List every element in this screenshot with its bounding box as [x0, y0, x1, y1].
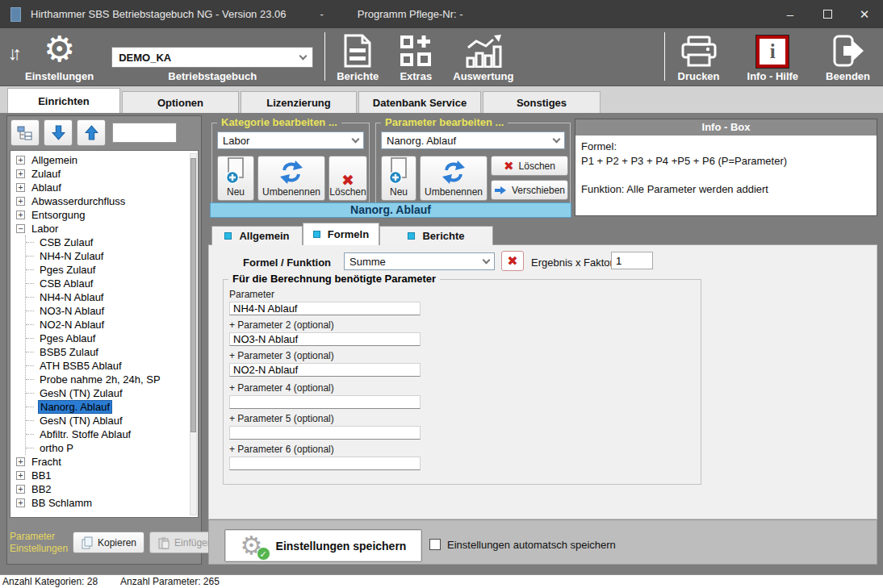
parameter-4-label: + Parameter 4 (optional): [229, 382, 334, 394]
tree-item-ablauf[interactable]: +Ablauf: [12, 181, 198, 194]
tree-item-fracht[interactable]: +Fracht: [12, 455, 198, 469]
tab-optionen[interactable]: Optionen: [122, 91, 239, 113]
einstellungen-button[interactable]: ⚙ Einstellungen: [25, 31, 94, 82]
formel-funktion-dropdown[interactable]: Summe: [344, 252, 495, 270]
tab-einrichten[interactable]: Einrichten: [7, 88, 120, 113]
maximize-button[interactable]: [809, 0, 846, 28]
move-down-button[interactable]: [44, 119, 73, 146]
printer-icon: [680, 35, 718, 68]
parameter-loeschen-button[interactable]: ✖ Löschen: [491, 156, 568, 176]
info-hilfe-button[interactable]: i Info - Hilfe: [747, 35, 799, 82]
formel-clear-button[interactable]: ✖: [501, 251, 524, 271]
tree-filter-input[interactable]: [112, 123, 177, 143]
app-icon: [10, 7, 21, 22]
extras-button[interactable]: Extras: [400, 34, 432, 82]
chevron-down-icon: [483, 256, 491, 265]
expander-plus-icon[interactable]: +: [16, 211, 25, 219]
chevron-down-icon: [299, 52, 308, 60]
window-controls: – ✕: [772, 0, 883, 28]
expander-plus-icon[interactable]: +: [16, 183, 25, 192]
tree-item[interactable]: Probe nahme 2h, 24h, SP: [26, 373, 198, 386]
kategorie-loeschen-button[interactable]: ✖ Löschen: [329, 156, 367, 201]
parameter-neu-button[interactable]: Neu: [381, 156, 416, 201]
parameter-umbenennen-button[interactable]: Umbenennen: [420, 156, 488, 201]
parameter-5-label: + Parameter 5 (optional): [229, 413, 334, 424]
kopieren-button[interactable]: Kopieren: [73, 532, 144, 553]
parameter-4-input[interactable]: [229, 395, 421, 409]
drucken-button[interactable]: Drucken: [678, 35, 720, 82]
expander-plus-icon[interactable]: +: [16, 471, 25, 480]
tree-item[interactable]: GesN (TN) Ablauf: [26, 414, 198, 427]
expander-plus-icon[interactable]: +: [16, 498, 25, 507]
kategorie-dropdown[interactable]: Labor: [217, 131, 364, 149]
tree-item-bb-schlamm[interactable]: +BB Schlamm: [12, 496, 198, 510]
labor-children: CSB Zulauf NH4-N Zulauf Pges Zulauf CSB …: [25, 236, 198, 455]
kategorie-umbenennen-button[interactable]: Umbenennen: [257, 156, 325, 201]
arrow-down-icon: [52, 125, 65, 140]
parameter-2-label: + Parameter 2 (optional): [229, 319, 334, 331]
tab-formeln[interactable]: Formeln: [303, 223, 379, 245]
swap-vertical-icon[interactable]: ↓↑: [8, 43, 17, 65]
tab-allgemein[interactable]: Allgemein: [211, 226, 303, 245]
berichte-button[interactable]: Berichte: [337, 34, 379, 82]
toolbar-right-group: Drucken i Info - Hilfe Beenden: [653, 32, 870, 82]
expander-plus-icon[interactable]: +: [16, 457, 25, 466]
tree-item[interactable]: NO2-N Ablauf: [26, 318, 198, 332]
tree-item-entsorgung[interactable]: +Entsorgung: [12, 208, 198, 222]
tree-item[interactable]: GesN (TN) Zulauf: [26, 386, 198, 400]
move-up-button[interactable]: [77, 119, 106, 146]
ergebnis-faktor-input[interactable]: [611, 252, 653, 269]
minimize-button[interactable]: –: [772, 0, 809, 28]
expander-plus-icon[interactable]: +: [16, 485, 25, 494]
tree-item-zulauf[interactable]: +Zulauf: [12, 167, 198, 181]
tree-item-labor[interactable]: −Labor: [12, 222, 198, 236]
parameter-1-input[interactable]: [229, 302, 421, 315]
tree-branch-line: [26, 311, 34, 311]
tree-branch-line: [26, 338, 34, 339]
tab-lizenzierung[interactable]: Lizenzierung: [241, 91, 357, 113]
auswertung-button[interactable]: Auswertung: [453, 34, 513, 82]
scrollbar-thumb[interactable]: [190, 158, 196, 432]
auto-save-checkbox[interactable]: [429, 539, 441, 550]
betriebstagebuch-dropdown[interactable]: DEMO_KA: [111, 47, 313, 68]
tab-berichte[interactable]: Berichte: [379, 226, 493, 245]
parameter-2-input[interactable]: [229, 332, 421, 346]
tree-item[interactable]: NH4-N Ablauf: [26, 290, 198, 304]
tree-item[interactable]: CSB Ablauf: [26, 277, 198, 290]
einstellungen-speichern-button[interactable]: ⚙ ✓ Einstellungen speichern: [224, 529, 422, 562]
pflege-nr-label: Programm Pflege-Nr: -: [358, 8, 463, 20]
parameter-3-input[interactable]: [229, 363, 421, 377]
beenden-button[interactable]: Beenden: [826, 34, 870, 82]
toolbar-separator: [664, 32, 665, 81]
parameter-verschieben-button[interactable]: Verschieben: [491, 180, 568, 200]
arrow-up-icon: [85, 125, 98, 140]
tree-item[interactable]: Pges Zulauf: [26, 263, 198, 277]
expander-plus-icon[interactable]: +: [16, 197, 25, 206]
tree-item[interactable]: CSB Zulauf: [26, 236, 198, 249]
tree-item[interactable]: NH4-N Zulauf: [26, 249, 198, 263]
close-button[interactable]: ✕: [846, 0, 883, 28]
tab-datenbank-service[interactable]: Datenbank Service: [358, 91, 481, 113]
group-title: Parameter bearbeiten ...: [381, 116, 508, 128]
tree-item[interactable]: ATH BSB5 Ablauf: [26, 359, 198, 373]
kategorie-neu-button[interactable]: Neu: [217, 156, 254, 201]
tree-item[interactable]: BSB5 Zulauf: [26, 345, 198, 359]
expander-plus-icon[interactable]: +: [16, 169, 25, 178]
tree-item[interactable]: Abfiltr. Stoffe Ablauf: [26, 427, 198, 441]
tree-item[interactable]: ortho P: [26, 441, 198, 455]
tree-item-allgemein[interactable]: +Allgemein: [12, 153, 198, 167]
expander-plus-icon[interactable]: +: [16, 156, 25, 165]
parameter-6-input[interactable]: [229, 457, 421, 470]
tree-item-abwasserdurchfluss[interactable]: +Abwasserdurchfluss: [12, 194, 198, 208]
parameter-dropdown[interactable]: Nanorg. Ablauf: [381, 131, 565, 149]
parameter-5-input[interactable]: [229, 426, 421, 440]
tree-item[interactable]: Pges Ablauf: [26, 332, 198, 345]
tree-item-bb1[interactable]: +BB1: [12, 469, 198, 482]
tree-item-selected[interactable]: Nanorg. Ablauf: [26, 400, 198, 414]
tree-item[interactable]: NO3-N Ablauf: [26, 304, 198, 318]
tree-view-button[interactable]: [10, 119, 40, 146]
expander-minus-icon[interactable]: −: [16, 224, 25, 233]
tree-item-bb2[interactable]: +BB2: [12, 482, 198, 496]
tree-scrollbar[interactable]: [190, 153, 197, 515]
tab-sonstiges[interactable]: Sonstiges: [483, 91, 601, 113]
